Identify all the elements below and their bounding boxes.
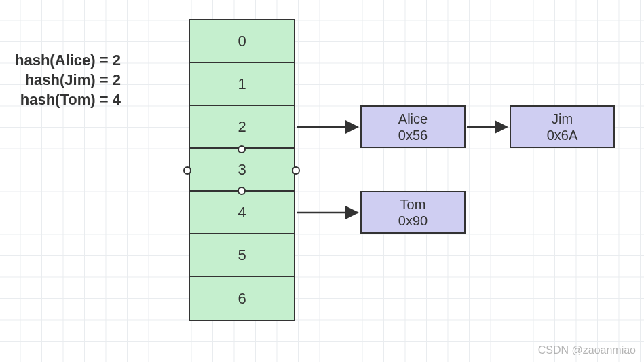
hash-table-array: 0 1 2 3 4 5 6 — [189, 19, 295, 321]
hash-line: hash(Alice) = 2 — [15, 50, 121, 70]
hash-text-block: hash(Alice) = 2 hash(Jim) = 2 hash(Tom) … — [15, 50, 121, 109]
slot-4: 4 — [190, 192, 294, 234]
slot-6: 6 — [190, 277, 294, 320]
slot-0: 0 — [190, 20, 294, 63]
node-jim: Jim 0x6A — [510, 105, 615, 148]
node-addr: 0x56 — [398, 127, 428, 143]
slot-3: 3 — [190, 149, 294, 192]
node-tom: Tom 0x90 — [360, 191, 466, 234]
watermark: CSDN @zaoanmiao — [538, 344, 636, 357]
handle-dot — [238, 145, 246, 153]
slot-2: 2 — [190, 106, 294, 149]
node-name: Alice — [398, 111, 428, 127]
handle-dot — [238, 187, 246, 195]
handle-dot — [183, 166, 191, 175]
node-addr: 0x90 — [398, 213, 428, 229]
node-alice: Alice 0x56 — [360, 105, 466, 148]
node-name: Jim — [552, 111, 573, 127]
hash-line: hash(Tom) = 4 — [15, 90, 121, 109]
slot-5: 5 — [190, 234, 294, 277]
node-name: Tom — [400, 196, 426, 213]
node-addr: 0x6A — [547, 127, 578, 143]
slot-1: 1 — [190, 63, 294, 106]
handle-dot — [292, 166, 300, 175]
hash-line: hash(Jim) = 2 — [15, 70, 121, 90]
